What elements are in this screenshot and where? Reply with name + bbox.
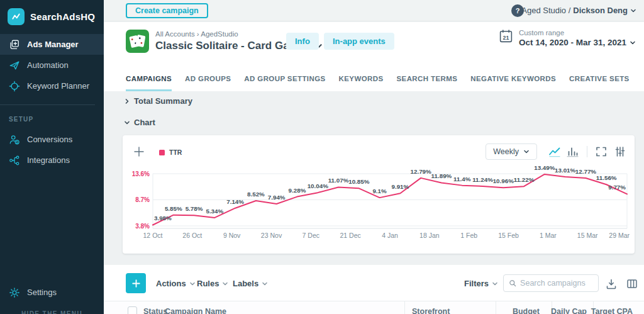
info-button[interactable]: Info <box>286 33 319 50</box>
sidebar-item-settings[interactable]: Settings <box>0 282 104 303</box>
legend-label: TTR <box>169 149 182 156</box>
line-chart-icon[interactable] <box>548 146 561 157</box>
svg-text:1 Mar: 1 Mar <box>540 232 557 239</box>
sidebar-item-label: Settings <box>27 288 57 297</box>
sidebar-item-integrations[interactable]: Integrations <box>0 150 104 171</box>
svg-text:8.52%: 8.52% <box>247 191 265 198</box>
select-all-checkbox[interactable] <box>128 306 137 314</box>
svg-text:10.04%: 10.04% <box>308 182 329 189</box>
chart-card: TTR Weekly 3.8%8.7%13.6%12 O <box>123 135 635 254</box>
date-range-picker[interactable]: 21 Custom range Oct 14, 2020 - Mar 31, 2… <box>499 29 636 47</box>
chevron-down-icon <box>189 281 196 287</box>
chart-toggle[interactable]: Chart <box>124 118 155 127</box>
paper-plane-icon <box>9 60 20 71</box>
sidebar-item-label: Conversions <box>27 135 72 144</box>
svg-text:9.91%: 9.91% <box>392 183 409 190</box>
campaigns-panel: Actions Rules Labels Filters Status <box>104 265 644 314</box>
svg-text:15 Feb: 15 Feb <box>498 232 519 239</box>
svg-text:18 Jan: 18 Jan <box>419 232 440 239</box>
sidebar-item-label: Keyword Planner <box>27 81 89 91</box>
topbar: Create campaign ? Aged Studio / Dickson … <box>104 0 644 21</box>
tab-creative-sets[interactable]: CREATIVE SETS <box>569 75 630 91</box>
svg-text:5.85%: 5.85% <box>165 205 182 212</box>
search-icon <box>509 279 516 288</box>
svg-text:11.89%: 11.89% <box>431 172 452 179</box>
add-metric-plus-icon[interactable] <box>133 145 145 158</box>
filters-dropdown[interactable]: Filters <box>464 279 498 288</box>
sidebar-divider <box>0 104 95 105</box>
svg-text:13.49%: 13.49% <box>534 164 555 171</box>
actions-dropdown[interactable]: Actions <box>156 279 196 288</box>
svg-text:13.01%: 13.01% <box>555 167 576 174</box>
range-type-label: Custom range <box>519 29 636 36</box>
column-header-budget[interactable]: Budget <box>513 307 540 314</box>
crosshair-icon <box>9 81 20 92</box>
chart-settings-sliders-icon[interactable] <box>614 146 627 157</box>
inapp-events-button[interactable]: In-app events <box>324 33 394 50</box>
campaigns-table-header: Status Campaign Name Storefront Budget D… <box>104 301 644 314</box>
svg-text:5.78%: 5.78% <box>186 205 203 212</box>
svg-text:15 Mar: 15 Mar <box>577 232 598 239</box>
sidebar-item-keyword-planner[interactable]: Keyword Planner <box>0 76 104 96</box>
tab-negative-keywords[interactable]: NEGATIVE KEYWORDS <box>470 75 556 91</box>
interval-dropdown[interactable]: Weekly <box>486 143 537 160</box>
calendar-icon: 21 <box>499 29 513 43</box>
svg-text:7 Dec: 7 Dec <box>303 232 319 239</box>
sidebar-item-automation[interactable]: Automation <box>0 55 104 76</box>
tab-ad-group-settings[interactable]: AD GROUP SETTINGS <box>244 75 325 91</box>
svg-text:11.24%: 11.24% <box>472 176 493 183</box>
svg-text:9.1%: 9.1% <box>372 188 387 194</box>
svg-text:7.94%: 7.94% <box>268 194 286 201</box>
tab-keywords[interactable]: KEYWORDS <box>339 75 384 91</box>
svg-text:12 Oct: 12 Oct <box>143 232 163 239</box>
sidebar-item-ads-manager[interactable]: Ads Manager <box>0 34 104 55</box>
svg-text:11.56%: 11.56% <box>596 174 617 181</box>
download-icon[interactable] <box>606 278 617 289</box>
bar-chart-icon[interactable] <box>566 146 579 157</box>
main-tabs: CAMPAIGNS AD GROUPS AD GROUP SETTINGS KE… <box>126 75 630 91</box>
labels-dropdown[interactable]: Labels <box>233 279 268 288</box>
app-store-icon <box>126 30 149 55</box>
total-summary-toggle[interactable]: Total Summary <box>124 96 192 106</box>
gear-icon <box>9 287 20 298</box>
columns-icon[interactable] <box>626 278 638 289</box>
chevron-down-icon <box>630 40 636 46</box>
conversions-user-dollar-icon: $ <box>9 134 20 145</box>
hide-menu-button[interactable]: HIDE THE MENU <box>0 310 104 314</box>
create-campaign-button[interactable]: Create campaign <box>126 3 208 18</box>
column-header-daily-cap[interactable]: Daily Cap <box>551 307 587 314</box>
chevron-down-icon <box>124 120 130 126</box>
column-header-status[interactable]: Status <box>143 307 167 314</box>
chevron-right-icon <box>124 98 130 104</box>
app-logo: SearchAdsHQ <box>8 8 95 25</box>
search-campaigns-input[interactable] <box>520 279 593 288</box>
svg-text:1 Feb: 1 Feb <box>460 232 477 239</box>
svg-text:9 Nov: 9 Nov <box>223 232 241 239</box>
svg-text:26 Oct: 26 Oct <box>182 232 202 239</box>
column-divider <box>404 301 405 314</box>
rules-dropdown[interactable]: Rules <box>197 279 228 288</box>
svg-text:$: $ <box>16 140 18 143</box>
add-campaign-button[interactable] <box>126 273 146 293</box>
chart-controls: Weekly <box>486 143 627 160</box>
account-menu[interactable]: Aged Studio / Dickson Deng <box>521 6 636 15</box>
legend-item-ttr[interactable]: TTR <box>159 149 182 156</box>
chart-section-label: Chart <box>134 118 155 127</box>
total-summary-label: Total Summary <box>134 96 192 106</box>
column-header-storefront[interactable]: Storefront <box>412 307 450 314</box>
fullscreen-icon[interactable] <box>596 146 608 157</box>
svg-text:9.28%: 9.28% <box>289 187 306 194</box>
rules-label: Rules <box>197 279 219 288</box>
tab-campaigns[interactable]: CAMPAIGNS <box>126 75 172 91</box>
tab-search-terms[interactable]: SEARCH TERMS <box>397 75 458 91</box>
app-name: SearchAdsHQ <box>30 11 95 22</box>
breadcrumb[interactable]: All Accounts › AgedStudio <box>155 30 238 38</box>
column-header-campaign-name[interactable]: Campaign Name <box>165 307 226 314</box>
user-name: Dickson Deng <box>573 6 628 15</box>
actions-label: Actions <box>156 279 186 288</box>
sidebar: SearchAdsHQ Ads Manager Automation Keywo… <box>0 0 104 314</box>
svg-text:3.98%: 3.98% <box>154 215 172 221</box>
column-header-target-cpa[interactable]: Target CPA <box>591 307 633 314</box>
sidebar-item-conversions[interactable]: $ Conversions <box>0 129 104 150</box>
tab-ad-groups[interactable]: AD GROUPS <box>185 75 231 91</box>
